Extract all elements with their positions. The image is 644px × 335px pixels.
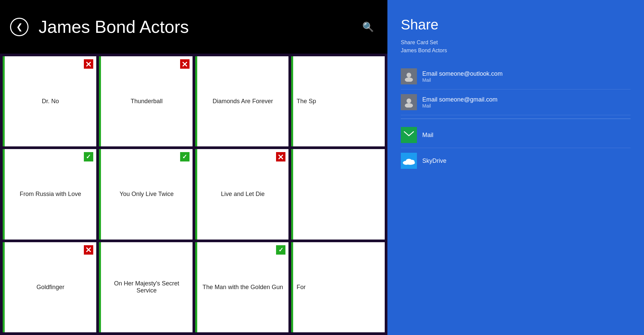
card-partial2-title xyxy=(293,191,300,198)
card-live-let[interactable]: Live and Let Die xyxy=(195,149,289,239)
card-on-her-title: On Her Majesty's Secret Service xyxy=(101,277,193,297)
card-for-partial[interactable]: For xyxy=(291,242,385,332)
share-title: Share xyxy=(401,17,631,33)
share-card-name: James Bond Actors xyxy=(401,48,631,54)
outlook-avatar-icon xyxy=(401,68,417,84)
card-dr-no[interactable]: Dr. No xyxy=(3,56,96,146)
share-skydrive-label: SkyDrive xyxy=(422,157,446,164)
card-thunderball-title: Thunderball xyxy=(127,94,166,108)
share-panel: Share Share Card Set James Bond Actors E… xyxy=(387,0,644,335)
svg-point-8 xyxy=(409,160,415,163)
share-outlook-sub: Mail xyxy=(422,77,502,83)
skydrive-icon xyxy=(401,153,417,169)
share-skydrive[interactable]: SkyDrive xyxy=(401,148,631,174)
card-golden-gun-title: The Man with the Golden Gun xyxy=(199,280,286,294)
card-you-only-title: You Only Live Twice xyxy=(116,187,177,201)
back-button[interactable]: ❮ xyxy=(10,18,29,36)
card-on-her[interactable]: On Her Majesty's Secret Service xyxy=(99,242,193,332)
card-diamonds-title: Diamonds Are Forever xyxy=(209,94,276,108)
badge-thunderball xyxy=(180,59,190,69)
card-live-let-title: Live and Let Die xyxy=(218,187,268,201)
card-goldfinger[interactable]: Goldfinger xyxy=(3,242,96,332)
card-spy-partial[interactable]: The Sp xyxy=(291,56,385,146)
page-title: James Bond Actors xyxy=(39,17,352,37)
card-thunderball[interactable]: Thunderball xyxy=(99,56,193,146)
svg-point-0 xyxy=(407,73,411,77)
badge-live-let xyxy=(276,152,286,162)
share-gmail[interactable]: Email someone@gmail.com Mail xyxy=(401,89,631,115)
search-icon[interactable]: 🔍 xyxy=(362,21,374,32)
share-gmail-info: Email someone@gmail.com Mail xyxy=(422,96,497,109)
card-spy-title: The Sp xyxy=(293,94,319,108)
share-outlook-info: Email someone@outlook.com Mail xyxy=(422,70,502,83)
card-golden-gun[interactable]: The Man with the Golden Gun xyxy=(195,242,289,332)
share-outlook-label: Email someone@outlook.com xyxy=(422,70,502,77)
header: ❮ James Bond Actors 🔍 xyxy=(0,0,387,54)
share-gmail-label: Email someone@gmail.com xyxy=(422,96,497,103)
svg-point-1 xyxy=(405,77,413,82)
share-divider xyxy=(401,119,631,119)
svg-point-3 xyxy=(405,103,413,108)
share-mail-label: Mail xyxy=(422,132,433,139)
mail-icon xyxy=(401,127,417,143)
badge-you-only xyxy=(180,152,190,162)
gmail-avatar-icon xyxy=(401,94,417,110)
card-goldfinger-title: Goldfinger xyxy=(33,280,68,294)
card-from-russia[interactable]: From Russia with Love xyxy=(3,149,96,239)
badge-dr-no xyxy=(84,59,94,69)
share-subtitle: Share Card Set xyxy=(401,40,631,46)
card-grid: Dr. No Thunderball Diamonds Are Forever … xyxy=(0,54,387,335)
share-gmail-sub: Mail xyxy=(422,103,497,109)
share-outlook[interactable]: Email someone@outlook.com Mail xyxy=(401,64,631,89)
badge-from-russia xyxy=(84,152,94,162)
svg-point-2 xyxy=(407,98,411,103)
back-icon: ❮ xyxy=(16,22,23,31)
main-area: ❮ James Bond Actors 🔍 Dr. No Thunderball… xyxy=(0,0,387,335)
card-diamonds[interactable]: Diamonds Are Forever xyxy=(195,56,289,146)
card-from-russia-title: From Russia with Love xyxy=(16,187,85,201)
card-you-only[interactable]: You Only Live Twice xyxy=(99,149,193,239)
card-for-title: For xyxy=(293,280,309,294)
badge-goldfinger xyxy=(84,245,94,255)
badge-golden-gun xyxy=(276,245,286,255)
card-partial2[interactable] xyxy=(291,149,385,239)
card-dr-no-title: Dr. No xyxy=(39,94,62,108)
share-mail[interactable]: Mail xyxy=(401,122,631,148)
